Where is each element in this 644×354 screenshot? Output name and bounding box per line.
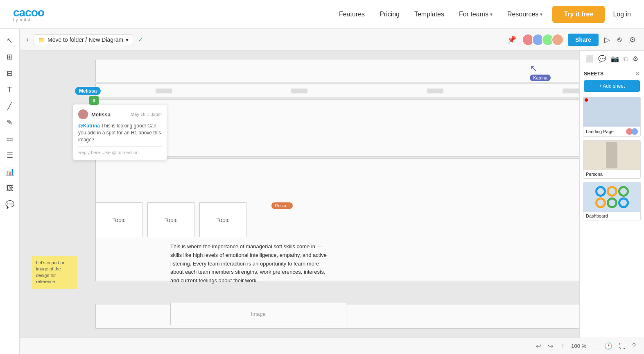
comment-author-tag: Melissa [75, 87, 101, 95]
avatar-group [522, 34, 564, 46]
zoom-out-button[interactable]: － [590, 340, 599, 352]
sheets-header: SHEETS ✕ [580, 67, 644, 80]
topbar-left: ‹ 📁 Move to folder / New Diagram ▾ ✓ [26, 34, 143, 45]
comment-text: @Katrina This is looking good! Can you a… [78, 123, 162, 143]
grid-tool[interactable]: ⊟ [3, 66, 17, 80]
nav-for-teams[interactable]: For teams ▾ [459, 11, 493, 18]
back-button[interactable]: ‹ [26, 35, 29, 44]
panel-comment-icon[interactable]: 💬 [598, 55, 606, 63]
logo: cacoo by nulab [13, 6, 44, 22]
try-free-button[interactable]: Try it free [552, 6, 605, 23]
comment-header: Melissa May 18 1:32pm [78, 109, 162, 119]
topic-label-1: Topic [112, 217, 126, 223]
sheet-thumb-dashboard[interactable]: Dashboard [583, 182, 641, 220]
canvas-wrapper: ‹ 📁 Move to folder / New Diagram ▾ ✓ 📌 S… [20, 29, 644, 354]
comment-bubble: Melissa May 18 1:32pm @Katrina This is l… [73, 104, 167, 160]
donut-1 [595, 186, 606, 197]
sheet-active-dot [585, 98, 588, 102]
topic-label-3: Topic [216, 217, 230, 223]
panel-settings-icon[interactable]: ⚙ [633, 55, 638, 63]
canvas-main[interactable]: ≡ Melissa Melissa May 18 1:32pm @Katrina… [20, 51, 644, 338]
sticky-note[interactable]: Let's import an image of the design for … [32, 256, 77, 289]
export-icon[interactable]: ⎋ [616, 34, 624, 45]
wf-nav-item [291, 88, 307, 93]
topbar-right: 📌 Share ▷ ⎋ ⚙ [506, 34, 637, 46]
zoom-level: 100 % [571, 343, 586, 349]
panel-video-icon[interactable]: 📷 [611, 55, 619, 63]
panel-shape-icon[interactable]: ⬜ [585, 55, 594, 63]
wf-hero [95, 99, 639, 157]
table-tool[interactable]: ⊞ [3, 50, 17, 64]
wf-header [95, 60, 639, 82]
nav-pricing[interactable]: Pricing [380, 11, 400, 18]
canvas-area: ≡ Melissa Melissa May 18 1:32pm @Katrina… [20, 51, 644, 338]
cursor-label-russell: Russell [271, 202, 293, 209]
sheet-label-persona: Persona [583, 170, 640, 178]
folder-label[interactable]: 📁 Move to folder / New Diagram ▾ [34, 34, 133, 45]
topic-box-3[interactable]: Topic [199, 202, 246, 237]
wf-nav-item [156, 88, 172, 93]
present-icon[interactable]: ▷ [603, 34, 612, 46]
donut-4 [595, 197, 606, 208]
frame-tool[interactable]: ▭ [3, 132, 17, 146]
canvas-topbar: ‹ 📁 Move to folder / New Diagram ▾ ✓ 📌 S… [20, 29, 644, 51]
help-button[interactable]: ? [630, 341, 637, 352]
cursor-label-katrina: Katrina [530, 75, 551, 81]
select-tool[interactable]: ↖ [3, 34, 17, 48]
nav-templates[interactable]: Templates [414, 11, 444, 18]
add-sheet-button[interactable]: + Add sheet [584, 80, 640, 92]
comment-author-name: Melissa [91, 111, 111, 118]
dashboard-thumbnail [583, 182, 640, 212]
sheet-label-landing: Landing Page [583, 127, 640, 136]
topic-label-2: Topic [164, 217, 178, 223]
russell-cursor: Russell [271, 202, 293, 209]
image-tool[interactable]: 🖼 [3, 181, 17, 195]
wf-nav-item [563, 88, 579, 93]
sheet-thumb-landing[interactable]: Landing Page [583, 97, 641, 137]
comment-tool[interactable]: 💬 [3, 197, 17, 211]
dropdown-arrow-icon: ▾ [126, 36, 129, 43]
donut-5 [607, 197, 617, 208]
sheets-close-icon[interactable]: ✕ [635, 70, 640, 77]
comment-sticky-icon[interactable]: ≡ [89, 96, 99, 105]
sheet-label-dashboard: Dashboard [583, 212, 640, 220]
donut-6 [618, 197, 629, 208]
bottom-bar: ↩ ↪ ＋ 100 % － 🕐 ⛶ ? [20, 338, 644, 354]
for-teams-chevron-icon: ▾ [490, 11, 493, 17]
add-page-button[interactable]: ＋ [558, 340, 568, 352]
panel-top-icons: ⬜ 💬 📷 ⧉ ⚙ [580, 51, 644, 67]
line-tool[interactable]: ╱ [3, 99, 17, 113]
wf-nav-item [427, 88, 443, 93]
topic-row: Topic Topic Topic [95, 202, 246, 237]
cursor-arrow-icon: ↖ [530, 63, 551, 74]
resources-chevron-icon: ▾ [540, 11, 542, 17]
pin-icon[interactable]: 📌 [506, 34, 518, 46]
topic-box-1[interactable]: Topic [95, 202, 142, 237]
settings-icon[interactable]: ⚙ [628, 34, 637, 46]
nav-features[interactable]: Features [339, 11, 365, 18]
comment-mention: @Katrina [78, 123, 100, 129]
nav-resources[interactable]: Resources ▾ [507, 11, 542, 18]
history-button[interactable]: 🕐 [603, 340, 614, 352]
comment-reply-input[interactable]: Reply here. Use @ to mention [78, 146, 162, 155]
text-tool[interactable]: T [3, 83, 17, 97]
fit-button[interactable]: ⛶ [617, 341, 627, 352]
sheet-thumb-persona[interactable]: Persona [583, 140, 641, 179]
logo-sub: by nulab [13, 18, 32, 22]
persona-image [606, 142, 617, 168]
comment-avatar [78, 109, 88, 119]
avatar-4 [551, 34, 564, 46]
right-panel: ⬜ 💬 📷 ⧉ ⚙ SHEETS ✕ + Add sheet [579, 51, 644, 338]
chart-tool[interactable]: 📊 [3, 165, 17, 179]
panel-copy-icon[interactable]: ⧉ [624, 55, 628, 63]
saved-check-icon: ✓ [138, 36, 143, 43]
share-button[interactable]: Share [568, 34, 599, 46]
login-button[interactable]: Log in [613, 11, 631, 18]
topic-box-2[interactable]: Topic [147, 202, 194, 237]
redo-button[interactable]: ↪ [546, 340, 555, 352]
image-placeholder: Image [170, 303, 346, 325]
list-tool[interactable]: ☰ [3, 148, 17, 162]
undo-button[interactable]: ↩ [534, 340, 543, 352]
pencil-tool[interactable]: ✎ [3, 116, 17, 129]
donut-2 [607, 186, 617, 197]
